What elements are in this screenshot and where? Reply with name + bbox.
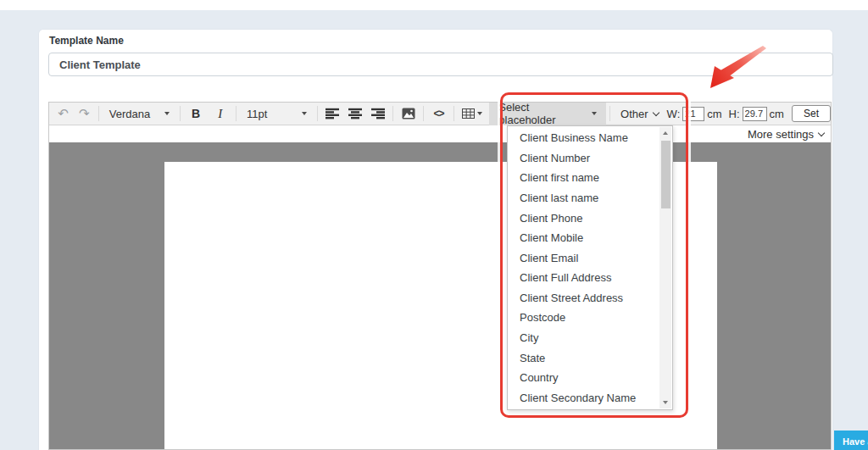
template-name-label: Template Name [49, 35, 124, 47]
chevron-down-icon [818, 129, 825, 136]
other-label: Other [620, 108, 648, 120]
dropdown-item[interactable]: Client Street Address [508, 288, 659, 308]
chevron-down-icon [592, 112, 597, 115]
font-size-value: 11pt [247, 108, 267, 120]
width-input[interactable] [682, 107, 704, 121]
align-right-icon [371, 108, 385, 119]
align-left-button[interactable] [321, 103, 344, 125]
scroll-down-icon [663, 401, 668, 404]
redo-icon: ↷ [79, 106, 90, 121]
dropdown-item[interactable]: City [508, 328, 659, 348]
rich-text-editor: ↶ ↷ Verdana B I 11pt [48, 102, 832, 450]
font-size-select[interactable]: 11pt [240, 103, 314, 125]
scrollbar-thumb[interactable] [661, 141, 670, 208]
scroll-up-icon [663, 131, 668, 135]
redo-button[interactable]: ↷ [74, 103, 95, 125]
select-placeholder-label: Select placeholder [498, 101, 585, 126]
table-icon [462, 108, 475, 119]
image-icon [402, 108, 415, 119]
dropdown-item[interactable]: Client Phone [508, 208, 659, 228]
source-code-button[interactable]: <> [427, 103, 450, 125]
dropdown-item[interactable]: Client Secondary Name [508, 388, 659, 408]
undo-button[interactable]: ↶ [53, 103, 74, 125]
chevron-down-icon [164, 112, 170, 115]
dropdown-item[interactable]: Client Email [508, 247, 659, 268]
more-settings-button[interactable]: More settings [49, 125, 831, 142]
font-family-select[interactable]: Verdana [103, 103, 176, 125]
top-white-strip [0, 0, 868, 10]
align-center-icon [348, 108, 362, 119]
toolbar-separator [609, 106, 610, 121]
width-unit: cm [707, 108, 721, 120]
more-settings-label: More settings [748, 128, 814, 141]
dropdown-scrollbar[interactable] [659, 127, 671, 408]
italic-button[interactable]: I [208, 103, 232, 125]
align-right-button[interactable] [366, 103, 389, 125]
placeholder-dropdown: Client Business NameClient NumberClient … [507, 125, 673, 410]
scroll-up-button[interactable] [659, 127, 671, 139]
dropdown-item[interactable]: Client Full Address [508, 268, 659, 288]
dropdown-item[interactable]: State [508, 347, 659, 368]
other-select[interactable]: Other [614, 103, 665, 125]
insert-image-button[interactable] [397, 103, 420, 125]
width-label: W: [667, 108, 681, 120]
table-button[interactable] [458, 103, 487, 125]
undo-icon: ↶ [58, 106, 69, 121]
editor-canvas[interactable] [49, 142, 831, 449]
select-placeholder-button[interactable]: Select placeholder [489, 103, 606, 125]
bold-button[interactable]: B [184, 103, 209, 125]
font-family-value: Verdana [109, 108, 150, 120]
toolbar-separator [392, 106, 393, 121]
placeholder-dropdown-list: Client Business NameClient NumberClient … [508, 128, 659, 408]
set-button[interactable]: Set [792, 105, 831, 122]
page-size-controls: W: cm H: cm [667, 107, 784, 121]
align-center-button[interactable] [344, 103, 367, 125]
dropdown-item[interactable]: Client last name [508, 188, 659, 208]
chevron-down-icon [652, 108, 659, 115]
dropdown-item[interactable]: Client first name [508, 168, 659, 188]
toolbar-separator [98, 106, 99, 121]
editor-toolbar: ↶ ↷ Verdana B I 11pt [49, 103, 831, 125]
dropdown-item[interactable]: Country [508, 368, 659, 388]
help-button[interactable]: Have a q [834, 431, 868, 450]
toolbar-separator [317, 106, 318, 121]
height-unit: cm [770, 108, 784, 120]
scroll-down-button[interactable] [659, 397, 671, 408]
toolbar-separator [180, 106, 181, 121]
chevron-down-icon [477, 112, 482, 115]
toolbar-separator [236, 106, 236, 121]
height-label: H: [729, 108, 740, 120]
code-icon: <> [433, 108, 443, 119]
toolbar-separator [453, 106, 454, 121]
dropdown-item[interactable]: Client Mobile [508, 228, 659, 248]
dropdown-item[interactable]: Postcode [508, 308, 659, 328]
dropdown-item[interactable]: Client Business Name [508, 128, 659, 148]
dropdown-item[interactable]: Client Number [508, 148, 659, 169]
align-left-icon [326, 108, 339, 119]
height-input[interactable] [743, 107, 767, 121]
chevron-down-icon [302, 112, 307, 115]
toolbar-separator [423, 106, 424, 121]
template-name-input[interactable] [48, 53, 833, 76]
